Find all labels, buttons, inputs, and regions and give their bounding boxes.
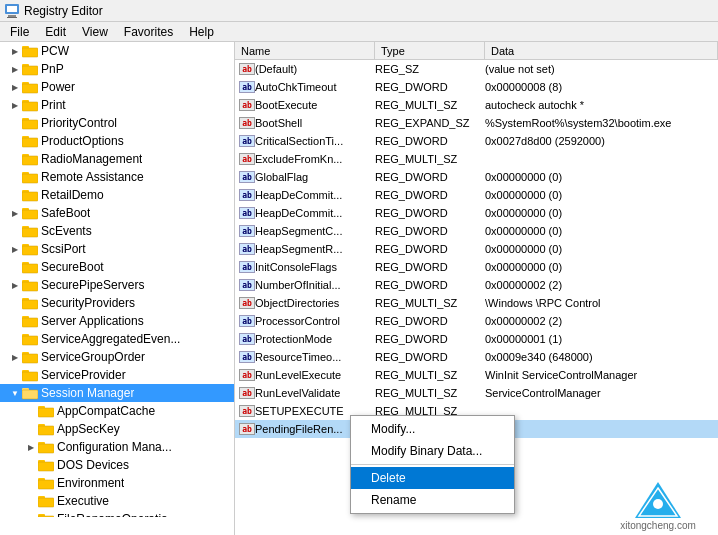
registry-row-12[interactable]: abNumberOfInitial...REG_DWORD0x00000002 … <box>235 276 718 294</box>
context-menu-item-rename[interactable]: Rename <box>351 489 514 511</box>
svg-rect-2 <box>8 15 16 17</box>
registry-row-9[interactable]: abHeapSegmentC...REG_DWORD0x00000000 (0) <box>235 222 718 240</box>
context-menu-item-delete[interactable]: Delete <box>351 467 514 489</box>
tree-item-remoteassistance[interactable]: Remote Assistance <box>0 168 234 186</box>
tree-item-serviceaggregated[interactable]: ServiceAggregatedEven... <box>0 330 234 348</box>
reg-name-3: BootShell <box>255 117 375 129</box>
folder-icon-serviceprovider <box>22 368 38 382</box>
folder-icon-safeboot <box>22 206 38 220</box>
reg-type-10: REG_DWORD <box>375 243 485 255</box>
tree-item-environment[interactable]: Environment <box>0 474 234 492</box>
registry-row-4[interactable]: abCriticalSectionTi...REG_DWORD0x0027d8d… <box>235 132 718 150</box>
tree-arrow-securepipeservers[interactable]: ▶ <box>8 278 22 292</box>
tree-item-sessionmanager[interactable]: ▼ Session Manager <box>0 384 234 402</box>
registry-row-14[interactable]: abProcessorControlREG_DWORD0x00000002 (2… <box>235 312 718 330</box>
registry-row-1[interactable]: abAutoChkTimeoutREG_DWORD0x00000008 (8) <box>235 78 718 96</box>
reg-name-6: GlobalFlag <box>255 171 375 183</box>
tree-item-executive[interactable]: Executive <box>0 492 234 510</box>
reg-data-12: 0x00000002 (2) <box>485 279 718 291</box>
tree-item-productoptions[interactable]: ProductOptions <box>0 132 234 150</box>
registry-row-6[interactable]: abGlobalFlagREG_DWORD0x00000000 (0) <box>235 168 718 186</box>
tree-item-scsiport[interactable]: ▶ ScsiPort <box>0 240 234 258</box>
menu-edit[interactable]: Edit <box>37 23 74 41</box>
tree-item-safeboot[interactable]: ▶ SafeBoot <box>0 204 234 222</box>
reg-name-2: BootExecute <box>255 99 375 111</box>
folder-icon-prioritycontrol <box>22 116 38 130</box>
registry-row-0[interactable]: ab(Default)REG_SZ(value not set) <box>235 60 718 78</box>
tree-arrow-print[interactable]: ▶ <box>8 98 22 112</box>
folder-icon-appseckey <box>38 422 54 436</box>
menu-view[interactable]: View <box>74 23 116 41</box>
tree-item-secureboot[interactable]: SecureBoot <box>0 258 234 276</box>
tree-item-servicegrouporder[interactable]: ▶ ServiceGroupOrder <box>0 348 234 366</box>
folder-icon-sessionmanager <box>22 386 38 400</box>
registry-row-8[interactable]: abHeapDeCommit...REG_DWORD0x00000000 (0) <box>235 204 718 222</box>
registry-row-3[interactable]: abBootShellREG_EXPAND_SZ%SystemRoot%\sys… <box>235 114 718 132</box>
tree-item-configurationmana[interactable]: ▶ Configuration Mana... <box>0 438 234 456</box>
tree-item-securepipeservers[interactable]: ▶ SecurePipeServers <box>0 276 234 294</box>
tree-item-appcompatcache[interactable]: AppCompatCache <box>0 402 234 420</box>
tree-item-scevents[interactable]: ScEvents <box>0 222 234 240</box>
tree-item-appseckey[interactable]: AppSecKey <box>0 420 234 438</box>
registry-row-17[interactable]: abRunLevelExecuteREG_MULTI_SZWinInit Ser… <box>235 366 718 384</box>
reg-data-11: 0x00000000 (0) <box>485 261 718 273</box>
registry-row-13[interactable]: abObjectDirectoriesREG_MULTI_SZ\Windows … <box>235 294 718 312</box>
tree-arrow-pnp[interactable]: ▶ <box>8 62 22 76</box>
tree-arrow-scsiport[interactable]: ▶ <box>8 242 22 256</box>
registry-header: Name Type Data <box>235 42 718 60</box>
col-header-name[interactable]: Name <box>235 42 375 59</box>
tree-arrow-configurationmana[interactable]: ▶ <box>24 440 38 454</box>
tree-item-print[interactable]: ▶ Print <box>0 96 234 114</box>
registry-row-18[interactable]: abRunLevelValidateREG_MULTI_SZServiceCon… <box>235 384 718 402</box>
tree-item-securityproviders[interactable]: SecurityProviders <box>0 294 234 312</box>
registry-row-15[interactable]: abProtectionModeREG_DWORD0x00000001 (1) <box>235 330 718 348</box>
registry-row-7[interactable]: abHeapDeCommit...REG_DWORD0x00000000 (0) <box>235 186 718 204</box>
menu-file[interactable]: File <box>2 23 37 41</box>
folder-icon-radiomanagement <box>22 152 38 166</box>
registry-row-5[interactable]: abExcludeFromKn...REG_MULTI_SZ <box>235 150 718 168</box>
context-menu-item-modify-binary[interactable]: Modify Binary Data... <box>351 440 514 462</box>
registry-row-16[interactable]: abResourceTimeo...REG_DWORD0x0009e340 (6… <box>235 348 718 366</box>
context-menu-item-modify[interactable]: Modify... <box>351 418 514 440</box>
reg-icon-13: ab <box>235 297 255 309</box>
tree-item-pnp[interactable]: ▶ PnP <box>0 60 234 78</box>
tree-arrow-pcw[interactable]: ▶ <box>8 44 22 58</box>
tree-label-pnp: PnP <box>41 62 64 76</box>
watermark-logo <box>633 480 683 520</box>
registry-row-2[interactable]: abBootExecuteREG_MULTI_SZautocheck autoc… <box>235 96 718 114</box>
tree-item-dosdevices[interactable]: DOS Devices <box>0 456 234 474</box>
col-header-data[interactable]: Data <box>485 42 718 59</box>
title-bar: Registry Editor <box>0 0 718 22</box>
tree-arrow-safeboot[interactable]: ▶ <box>8 206 22 220</box>
tree-item-filerenameoperatio[interactable]: FileRenameOperatio... <box>0 510 234 517</box>
registry-row-11[interactable]: abInitConsoleFlagsREG_DWORD0x00000000 (0… <box>235 258 718 276</box>
tree-item-serverapplications[interactable]: Server Applications <box>0 312 234 330</box>
tree-arrow-sessionmanager[interactable]: ▼ <box>8 386 22 400</box>
menu-help[interactable]: Help <box>181 23 222 41</box>
tree-arrow-power[interactable]: ▶ <box>8 80 22 94</box>
tree-item-serviceprovider[interactable]: ServiceProvider <box>0 366 234 384</box>
tree-label-power: Power <box>41 80 75 94</box>
reg-icon-5: ab <box>235 153 255 165</box>
tree-item-radiomanagement[interactable]: RadioManagement <box>0 150 234 168</box>
title-bar-text: Registry Editor <box>24 4 103 18</box>
tree-arrow-servicegrouporder[interactable]: ▶ <box>8 350 22 364</box>
tree-item-prioritycontrol[interactable]: PriorityControl <box>0 114 234 132</box>
tree-label-dosdevices: DOS Devices <box>57 458 129 472</box>
tree-label-sessionmanager: Session Manager <box>41 386 134 400</box>
col-header-type[interactable]: Type <box>375 42 485 59</box>
registry-row-10[interactable]: abHeapSegmentR...REG_DWORD0x00000000 (0) <box>235 240 718 258</box>
reg-name-9: HeapSegmentC... <box>255 225 375 237</box>
menu-favorites[interactable]: Favorites <box>116 23 181 41</box>
tree-label-remoteassistance: Remote Assistance <box>41 170 144 184</box>
tree-item-retaildemo[interactable]: RetailDemo <box>0 186 234 204</box>
tree-label-prioritycontrol: PriorityControl <box>41 116 117 130</box>
folder-icon-securityproviders <box>22 296 38 310</box>
tree-arrow-appcompatcache <box>24 404 38 418</box>
reg-name-1: AutoChkTimeout <box>255 81 375 93</box>
tree-item-power[interactable]: ▶ Power <box>0 78 234 96</box>
reg-type-12: REG_DWORD <box>375 279 485 291</box>
reg-type-14: REG_DWORD <box>375 315 485 327</box>
tree-item-pcw[interactable]: ▶ PCW <box>0 42 234 60</box>
tree-label-print: Print <box>41 98 66 112</box>
